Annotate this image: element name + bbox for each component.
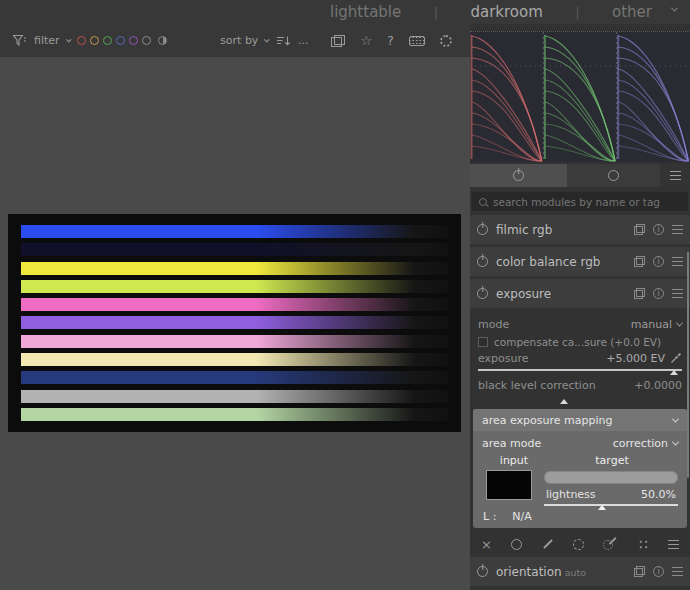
info-icon[interactable] [653, 566, 664, 577]
keyboard-shortcuts-icon[interactable] [409, 36, 425, 46]
sort-order-icon[interactable] [276, 35, 291, 47]
image-stripe [21, 280, 448, 293]
color-label-filter-1[interactable] [90, 36, 99, 45]
mode-row: mode manual [478, 315, 682, 333]
exposure-slider-marker [670, 370, 678, 375]
lightness-slider[interactable] [544, 504, 678, 506]
mode-select[interactable]: manual [631, 318, 682, 331]
filter-dropdown-icon[interactable] [66, 37, 71, 42]
test-image[interactable] [8, 214, 461, 432]
info-icon[interactable] [653, 224, 664, 235]
auto-badge: auto [565, 567, 586, 578]
star-icon[interactable]: ☆ [360, 34, 372, 47]
blend-menu-icon[interactable] [668, 540, 679, 549]
duplicate-icon[interactable] [634, 288, 645, 299]
module-header-orientation[interactable]: orientationauto [470, 557, 690, 586]
color-label-any[interactable] [158, 36, 167, 45]
blend-mask-row: × [470, 531, 690, 557]
lightness-label: lightness [546, 488, 596, 501]
target-column: lightness 50.0% [544, 470, 678, 506]
info-icon[interactable] [653, 288, 664, 299]
input-target-labels: input target [473, 453, 687, 468]
image-stripe [21, 371, 448, 384]
color-label-filter-3[interactable] [116, 36, 125, 45]
area-exposure-mapping: area exposure mapping area mode correcti… [473, 409, 687, 528]
power-icon[interactable] [477, 256, 488, 267]
color-label-filter-4[interactable] [129, 36, 138, 45]
duplicate-icon[interactable] [634, 256, 645, 267]
sort-dropdown-icon[interactable] [265, 37, 270, 42]
power-icon[interactable] [477, 224, 488, 235]
blend-uniform-icon[interactable] [511, 539, 522, 550]
duplicate-icon[interactable] [634, 566, 645, 577]
second-window-icon[interactable] [331, 35, 345, 47]
tab-other[interactable]: other [612, 3, 652, 21]
module-header-color-balance-rgb[interactable]: color balance rgb [470, 247, 690, 276]
toolbar-right-icons: ☆ ? [331, 34, 458, 47]
filter-label[interactable]: filter [34, 34, 60, 47]
drawn-parametric-mask-icon[interactable] [603, 538, 617, 550]
chevron-down-icon [676, 319, 683, 326]
histogram-scope[interactable] [470, 31, 690, 162]
exposure-slider[interactable] [478, 369, 682, 371]
right-panel: filmic rgb color balance rgb exposure [470, 24, 690, 590]
exposure-module-body: mode manual compensate ca...sure (+0.0 E… [470, 311, 690, 403]
scope-menu-button[interactable] [660, 164, 690, 187]
hamburger-menu-icon[interactable] [672, 257, 683, 266]
target-color-bar[interactable] [544, 471, 678, 484]
area-mapping-header[interactable]: area exposure mapping [473, 409, 687, 431]
collapse-panel-icon[interactable] [671, 5, 678, 12]
module-header-icons [634, 224, 683, 235]
tab-separator: | [575, 5, 579, 20]
scope-buttons [470, 164, 690, 187]
power-icon[interactable] [477, 566, 488, 577]
image-stripe [21, 225, 448, 238]
area-mode-select[interactable]: correction [613, 437, 678, 450]
tab-darkroom[interactable]: darkroom [470, 3, 542, 21]
image-stripe [21, 262, 448, 275]
parametric-mask-icon[interactable] [573, 539, 584, 550]
darktable-window: lighttable | darkroom | other filter sor… [0, 0, 690, 590]
input-color-swatch[interactable] [486, 470, 532, 500]
module-name: color balance rgb [496, 255, 626, 269]
filter-icon[interactable] [12, 34, 27, 47]
search-icon [479, 198, 487, 206]
blend-off-icon[interactable]: × [481, 538, 492, 551]
info-icon[interactable] [653, 256, 664, 267]
darkroom-canvas [0, 57, 470, 590]
input-label: input [482, 454, 546, 467]
color-picker-icon[interactable] [670, 352, 682, 364]
duplicate-icon[interactable] [634, 224, 645, 235]
histogram-waveform [470, 32, 690, 162]
compensate-checkbox[interactable] [478, 337, 488, 347]
tab-lighttable[interactable]: lighttable [330, 3, 401, 21]
black-level-value[interactable]: +0.0000 [634, 379, 682, 392]
raster-mask-icon[interactable] [637, 538, 649, 550]
scope-power-button[interactable] [470, 164, 567, 187]
module-header-icons [634, 566, 683, 577]
help-icon[interactable]: ? [387, 34, 394, 47]
more-options-label[interactable]: ... [298, 34, 309, 47]
module-search-input[interactable] [493, 196, 681, 208]
drawn-mask-icon[interactable] [543, 539, 553, 549]
lightness-value[interactable]: 50.0% [641, 488, 676, 501]
target-label: target [546, 454, 678, 467]
power-icon [513, 170, 524, 181]
module-header-exposure[interactable]: exposure [470, 279, 690, 308]
color-label-filter-5[interactable] [142, 36, 151, 45]
module-header-filmic-rgb[interactable]: filmic rgb [470, 215, 690, 244]
hamburger-menu-icon[interactable] [672, 567, 683, 576]
color-label-filter-0[interactable] [77, 36, 86, 45]
color-label-filter-2[interactable] [103, 36, 112, 45]
black-level-slider[interactable] [478, 394, 682, 401]
chevron-down-icon [672, 439, 679, 446]
hamburger-menu-icon[interactable] [672, 225, 683, 234]
exposure-value[interactable]: +5.000 EV [606, 352, 665, 365]
circle-icon [608, 170, 619, 181]
panel-scrollbar[interactable] [687, 252, 689, 478]
scope-mode-button[interactable] [567, 164, 660, 187]
power-icon[interactable] [477, 288, 488, 299]
preferences-gear-icon[interactable] [440, 35, 452, 47]
sort-by-label[interactable]: sort by [220, 34, 258, 47]
hamburger-menu-icon[interactable] [672, 289, 683, 298]
